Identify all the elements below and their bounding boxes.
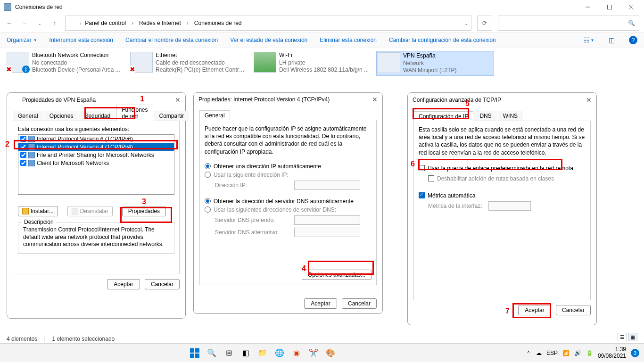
close-icon[interactable]: ✕ xyxy=(175,96,181,104)
back-button[interactable]: ← xyxy=(5,18,14,28)
cancel-button[interactable]: Cancelar xyxy=(556,305,591,315)
tab-dns[interactable]: DNS xyxy=(474,111,496,121)
dialog-tabs: General Opciones Seguridad Funciones de … xyxy=(13,110,180,121)
protocol-icon xyxy=(28,152,35,158)
tray-overflow-button[interactable]: ＾ xyxy=(526,349,531,357)
location-icon xyxy=(68,19,76,27)
refresh-button[interactable]: ⟳ xyxy=(477,16,492,31)
disconnect-cmd[interactable]: Interrumpir esta conexión xyxy=(50,37,113,43)
settings-cmd[interactable]: Cambiar la configuración de esta conexió… xyxy=(389,37,496,43)
selection-count: 1 elemento seleccionado xyxy=(52,336,115,342)
radio-auto-ip[interactable]: Obtener una dirección IP automáticamente xyxy=(205,162,372,171)
list-item-ipv6[interactable]: Internet Protocol Version 6 (TCP/IPv6) xyxy=(18,135,174,143)
list-item-fileprinter[interactable]: File and Printer Sharing for Microsoft N… xyxy=(18,151,174,159)
cancel-button[interactable]: Cancelar xyxy=(145,279,180,289)
adapter-icon xyxy=(254,52,276,73)
crumb-control-panel[interactable]: Panel de control xyxy=(85,20,126,26)
widgets-button[interactable]: ◧ xyxy=(239,346,252,360)
help-button[interactable]: ? xyxy=(629,36,637,44)
checkbox[interactable] xyxy=(20,152,26,158)
notification-count[interactable]: 3 xyxy=(631,349,639,357)
recent-dropdown[interactable]: ⌄ xyxy=(35,18,44,28)
office-taskbar-button[interactable]: ◉ xyxy=(290,346,303,360)
up-button[interactable]: ↑ xyxy=(50,18,59,28)
view-icons-button[interactable]: ▦ xyxy=(628,333,637,341)
status-cmd[interactable]: Ver el estado de esta conexión xyxy=(230,37,307,43)
wifi-icon[interactable]: 📶 xyxy=(562,350,570,356)
radio-auto-dns[interactable]: Obtener la dirección del servidor DNS au… xyxy=(205,197,372,206)
list-item-ipv4[interactable]: Internet Protocol Version 4 (TCP/IPv4) xyxy=(18,143,174,151)
intro-text: Puede hacer que la configuración IP se a… xyxy=(205,125,372,156)
address-bar[interactable]: › Panel de control › Redes e Internet › … xyxy=(65,16,471,31)
view-options-button[interactable]: ☷▼ xyxy=(584,35,594,45)
connection-bluetooth[interactable]: Bluetooth Network Connection No conectad… xyxy=(6,51,124,76)
accept-button[interactable]: Aceptar xyxy=(107,279,140,289)
checkbox-remote-gateway[interactable]: Usar la puerta de enlace predeterminada … xyxy=(419,163,586,173)
connection-vpn-espana[interactable]: VPN España Network WAN Miniport (L2TP) xyxy=(376,51,494,76)
checkbox[interactable] xyxy=(20,160,26,166)
battery-icon[interactable]: 🔋 xyxy=(586,350,593,356)
edge-taskbar-button[interactable]: 🌐 xyxy=(273,346,286,360)
snipping-taskbar-button[interactable]: ✂️ xyxy=(307,346,320,360)
list-item-client[interactable]: Client for Microsoft Networks xyxy=(18,159,174,167)
search-button[interactable]: 🔍 xyxy=(205,346,218,360)
view-details-button[interactable]: ☰ xyxy=(618,333,627,341)
tab-seguridad[interactable]: Seguridad xyxy=(79,111,116,121)
tab-funciones-de-red[interactable]: Funciones de red xyxy=(116,105,153,121)
language-indicator[interactable]: ESP xyxy=(546,350,558,356)
tab-general[interactable]: General xyxy=(199,110,230,120)
start-button[interactable] xyxy=(188,346,201,360)
search-input[interactable]: 🔍 xyxy=(498,16,639,31)
maximize-button[interactable] xyxy=(599,0,620,14)
cancel-button[interactable]: Cancelar xyxy=(342,298,377,309)
connection-wifi[interactable]: Wi-Fi LH-private Dell Wireless 1802 802.… xyxy=(253,51,371,76)
close-icon[interactable]: ✕ xyxy=(586,96,592,104)
forward-button[interactable]: → xyxy=(20,18,29,28)
volume-icon[interactable]: 🔊 xyxy=(574,350,581,356)
chevron-down-icon: ▼ xyxy=(33,38,37,42)
command-bar: Organizar▼ Interrumpir esta conexión Cam… xyxy=(0,32,644,48)
checkbox[interactable] xyxy=(20,136,26,142)
rename-cmd[interactable]: Cambiar el nombre de esta conexión xyxy=(125,37,218,43)
delete-cmd[interactable]: Eliminar esta conexión xyxy=(320,37,377,43)
clock[interactable]: 1:39 09/08/2021 xyxy=(598,346,626,359)
accept-button[interactable]: Aceptar xyxy=(518,305,551,315)
chevron-down-icon[interactable]: ⌄ xyxy=(464,21,468,26)
tab-wins[interactable]: WINS xyxy=(498,111,523,121)
connection-device: Bluetooth Device (Personal Area ... xyxy=(32,66,120,74)
description-text: Transmission Control Protocol/Internet P… xyxy=(23,226,169,248)
description-label: Descripción xyxy=(22,219,56,225)
connection-name: Bluetooth Network Connection xyxy=(32,52,120,59)
checkbox-disable-class-routes[interactable]: Deshabilitar adición de rutas basada en … xyxy=(419,173,586,184)
properties-button[interactable]: Propiedades xyxy=(122,206,166,216)
close-icon[interactable]: ✕ xyxy=(372,96,378,103)
minimize-button[interactable] xyxy=(577,0,599,14)
advanced-options-button[interactable]: Opciones avanzadas... xyxy=(302,270,372,280)
install-button[interactable]: Instalar... xyxy=(18,206,58,216)
preview-pane-button[interactable]: ◫ xyxy=(606,35,617,45)
accept-button[interactable]: Aceptar xyxy=(304,298,337,309)
checkbox[interactable] xyxy=(20,144,26,150)
connection-name: Ethernet xyxy=(156,52,246,59)
radio-manual-ip[interactable]: Usar la siguiente dirección IP: xyxy=(205,171,372,179)
tab-ip-config[interactable]: Configuración de IP xyxy=(413,111,473,121)
explorer-taskbar-button[interactable]: 📁 xyxy=(256,346,269,360)
close-button[interactable] xyxy=(620,0,642,14)
connection-ethernet[interactable]: Ethernet Cable de red desconectado Realt… xyxy=(129,51,247,76)
network-elements-list[interactable]: Internet Protocol Version 6 (TCP/IPv6) I… xyxy=(18,134,174,195)
organize-menu[interactable]: Organizar▼ xyxy=(7,37,37,43)
paint-taskbar-button[interactable]: 🎨 xyxy=(324,346,337,360)
connection-device: Dell Wireless 1802 802.11a/b/g/n ... xyxy=(279,66,369,74)
tab-compartir[interactable]: Compartir xyxy=(154,111,190,121)
checkbox-auto-metric[interactable]: Métrica automática xyxy=(419,191,586,200)
uninstall-button[interactable]: Desinstalar xyxy=(67,206,113,216)
onedrive-icon[interactable]: ☁ xyxy=(536,350,542,356)
crumb-network-connections[interactable]: Conexiones de red xyxy=(194,20,242,26)
task-view-button[interactable]: ⊞ xyxy=(222,346,235,360)
radio-manual-dns[interactable]: Usar las siguientes direcciones de servi… xyxy=(205,206,372,214)
crumb-network-internet[interactable]: Redes e Internet xyxy=(139,20,181,26)
tab-opciones[interactable]: Opciones xyxy=(44,111,79,121)
adapter-icon xyxy=(378,52,400,73)
protocol-icon xyxy=(28,160,35,166)
tab-general[interactable]: General xyxy=(13,111,43,121)
